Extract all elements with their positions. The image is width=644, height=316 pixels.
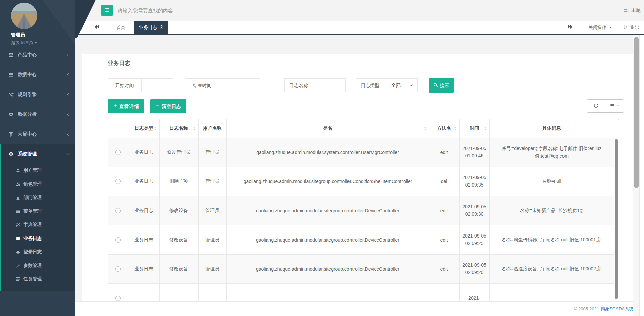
start-time-label: 开始时间: [108, 79, 142, 92]
cell-log_type: 业务日志: [128, 225, 159, 254]
log-type-selected-value: 全部: [391, 82, 401, 89]
log-type-select[interactable]: 全部: [384, 79, 417, 92]
sidebar-subitem-square[interactable]: 业务日志: [1, 232, 75, 246]
sidebar-item-random[interactable]: 规则引擎: [0, 85, 75, 104]
tab-close-icon[interactable]: [159, 25, 164, 30]
col-header-class_name[interactable]: 类名: [226, 119, 429, 138]
bars-icon: [16, 209, 20, 214]
car-icon: [16, 250, 20, 254]
log-type-group: 日志类型 全部: [356, 78, 418, 92]
sidebar-subitem-label: 登录日志: [23, 249, 42, 255]
sidebar-subitem-bars[interactable]: 菜单管理: [1, 205, 75, 218]
gear-icon: [8, 151, 14, 157]
sidebar-subitem-tasks[interactable]: 任务管理: [1, 272, 75, 286]
table-scrollbar-thumb[interactable]: [615, 139, 618, 299]
clear-log-button[interactable]: 清空日志: [150, 99, 186, 113]
copyright-text: © 2005-2021: [574, 306, 599, 311]
tabs-scroll-right-button[interactable]: [558, 21, 582, 34]
user-profile: 管理员 超级管理员 ▾: [0, 0, 75, 45]
tab-home[interactable]: 首页: [108, 21, 134, 34]
sidebar-item-database[interactable]: 产品中心: [0, 45, 75, 65]
sort-icon: [153, 126, 158, 130]
row-radio[interactable]: [115, 237, 121, 243]
sidebar-item-gear[interactable]: 系统管理: [1, 144, 75, 164]
cell-time: 2021-09-05 02:09:25: [459, 225, 489, 254]
sidebar-subitem-label: 字典管理: [23, 222, 42, 228]
topbar: 主题: [75, 0, 644, 21]
search-button[interactable]: 搜索: [429, 78, 454, 93]
tab-bar: 首页 业务日志 关闭操作 退出: [75, 21, 644, 35]
sidebar-subitem-flask[interactable]: 部门管理: [1, 191, 75, 205]
sidebar-item-label: 数据中心: [18, 72, 37, 78]
sidebar-subitem-user[interactable]: 用户管理: [1, 164, 75, 177]
col-header-log_type[interactable]: 日志类型: [128, 119, 159, 138]
tasks-icon: [16, 277, 20, 281]
col-header-time[interactable]: 时间: [459, 119, 489, 138]
cell-log_name: 修改设备: [159, 196, 198, 225]
chevron-left-icon: [66, 73, 70, 77]
refresh-button[interactable]: [587, 99, 605, 113]
search-input[interactable]: [118, 8, 262, 13]
log-name-label: 日志名称: [285, 79, 313, 92]
avatar[interactable]: [11, 3, 37, 29]
filter-icon: [8, 131, 14, 137]
col-header-label: 日志名称: [169, 125, 188, 131]
table-row: 业务日志修改管理员管理员gaoliang.zhuque.admin.modula…: [108, 138, 614, 167]
double-left-icon: [94, 24, 100, 31]
sort-icon: [423, 126, 427, 130]
table-row: 业务日志修改设备管理员gaoliang.zhuque.admin.modular…: [108, 196, 614, 225]
cell-log_type: 业务日志: [128, 196, 159, 225]
footer-link[interactable]: 四象SCADA系统: [601, 306, 633, 312]
refresh-icon: [593, 103, 599, 109]
row-radio[interactable]: [115, 150, 121, 155]
row-radio[interactable]: [115, 296, 121, 301]
sidebar-subitem-magic[interactable]: 参数管理: [1, 259, 75, 273]
tab-home-label: 首页: [116, 24, 125, 31]
sidebar-subitem-users[interactable]: 角色管理: [1, 177, 75, 191]
columns-dropdown-button[interactable]: [605, 99, 624, 113]
log-name-input[interactable]: [313, 79, 345, 92]
row-radio[interactable]: [115, 208, 121, 213]
row-select-cell: [108, 196, 128, 225]
cell-time: 2021-: [459, 283, 489, 301]
minus-icon: [155, 104, 160, 109]
search-button-label: 搜索: [440, 82, 449, 89]
tab-bar-right: 关闭操作 退出: [558, 21, 644, 34]
content-area: 业务日志 开始时间 结束时间 日志名称: [75, 35, 644, 316]
col-header-user_name: 用户名称: [198, 119, 226, 138]
row-radio[interactable]: [115, 179, 121, 184]
cell-method: edit: [429, 196, 459, 225]
sidebar-subitem-label: 任务管理: [23, 276, 42, 282]
log-type-label: 日志类型: [356, 79, 384, 92]
logout-button[interactable]: 退出: [619, 21, 644, 34]
tab-business-log[interactable]: 业务日志: [134, 21, 168, 34]
start-time-input[interactable]: [142, 79, 173, 92]
row-radio[interactable]: [115, 266, 121, 272]
profile-role-dropdown[interactable]: 超级管理员 ▾: [11, 40, 75, 46]
view-detail-button[interactable]: 查看详情: [108, 99, 144, 113]
page-scrollbar-thumb[interactable]: [634, 37, 639, 188]
sidebar-subitem-label: 部门管理: [23, 195, 42, 201]
tabs-scroll-left-button[interactable]: [75, 21, 108, 34]
logout-label: 退出: [630, 24, 639, 31]
cell-method: edit: [429, 225, 459, 254]
cell-time: 2021-09-05 02:09:35: [459, 167, 489, 196]
col-header-log_name[interactable]: 日志名称: [159, 119, 198, 138]
col-header-method[interactable]: 方法名: [429, 119, 459, 138]
cell-class_name: gaoliang.zhuque.admin.modular.sitegroup.…: [226, 225, 429, 254]
chevron-left-icon: [66, 93, 70, 97]
cell-user_name: 管理员: [198, 167, 226, 196]
sidebar-item-filter[interactable]: 大屏中心: [0, 124, 75, 144]
theme-button[interactable]: 主题: [624, 7, 641, 13]
sidebar-item-thlist[interactable]: 数据中心: [0, 65, 75, 85]
sidebar-toggle-button[interactable]: [101, 5, 113, 16]
sidebar-subitem-scissors[interactable]: 字典管理: [1, 218, 75, 232]
page-title: 业务日志: [108, 60, 130, 66]
close-operations-dropdown[interactable]: 关闭操作: [582, 21, 619, 34]
sidebar-subitem-car[interactable]: 登录日志: [1, 245, 75, 259]
view-detail-label: 查看详情: [119, 103, 139, 110]
sidebar-item-eye[interactable]: 数据分析: [0, 104, 75, 124]
end-time-input[interactable]: [219, 79, 260, 92]
clear-log-label: 清空日志: [162, 103, 181, 110]
cell-message: [489, 283, 614, 301]
